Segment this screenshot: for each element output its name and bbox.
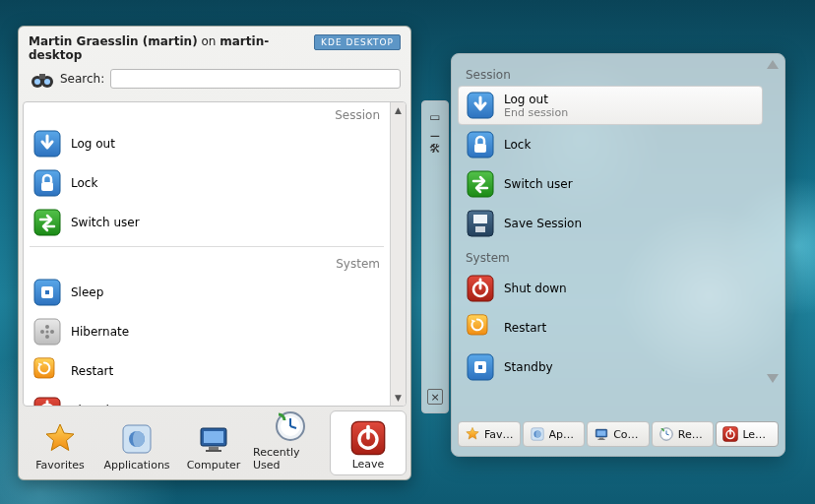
monitor-icon [196,421,231,457]
leave-item-lock[interactable]: Lock [24,163,390,203]
group-header-system: System [24,251,390,273]
tab-leave[interactable]: Leave [716,421,779,447]
tab-label: Appli… [549,428,579,441]
tab-label: Applications [103,459,169,472]
session-item-lock[interactable]: Lock [458,125,763,164]
side-toolbar: ▭ ⚊ 🛠 × [421,100,449,413]
item-label: Save Session [504,217,582,230]
tab-favorites[interactable]: Favor… [458,421,521,447]
restart-icon [33,357,61,385]
item-label: Switch user [71,216,140,229]
item-label: Log out [71,137,115,151]
tab-computer[interactable]: Computer [176,410,251,475]
tab-label: Favor… [484,428,514,441]
scroll-down-button[interactable]: ▼ [391,390,406,406]
tab-label: Leave [742,428,772,441]
session-item-switch[interactable]: Switch user [458,164,763,204]
tab-label: Favorites [35,459,85,472]
monitor-icon [594,426,609,442]
item-label: Restart [71,364,113,378]
kickoff-tabs: Favorites Applications Computer Recently… [23,410,407,475]
power-icon [467,275,494,302]
power-icon [33,397,61,406]
apps-icon [530,426,545,442]
star-icon [465,426,480,442]
tab-recent[interactable]: Rece… [652,421,715,447]
divider [30,246,384,247]
session-item-save[interactable]: Save Session [458,204,763,243]
session-item-shutdown[interactable]: Shut down [458,269,763,308]
session-panel: Session Log outEnd session Lock Switch u… [451,53,785,457]
leave-item-sleep[interactable]: Sleep [24,273,390,312]
switch-user-icon [467,170,494,198]
close-button[interactable]: × [427,389,443,405]
star-icon [42,421,78,457]
lock-icon [467,131,494,158]
item-subtitle: End session [504,106,568,119]
item-label: Restart [504,321,546,335]
leave-item-logout[interactable]: Log out [24,124,390,163]
search-label: Search: [60,72,104,86]
clock-icon [658,426,674,442]
sleep-icon [467,353,494,381]
clock-icon [273,409,308,444]
lock-icon [33,169,61,197]
tab-applications[interactable]: Applications [99,410,174,475]
tab-recent[interactable]: Recently Used [253,410,328,475]
apps-icon [119,421,155,457]
item-label: Sleep [71,285,103,299]
tab-label: Recently Used [253,446,328,472]
logout-icon [33,130,61,158]
leave-list: Session Log out Lock Switch userSystem S… [23,101,407,407]
session-item-logout[interactable]: Log outEnd session [458,86,763,125]
screen-icon[interactable]: ▭ [427,109,443,125]
scrollbar[interactable]: ▲ ▼ [390,102,406,406]
leave-item-shutdown[interactable]: Shut down [24,391,390,406]
item-label: Log out [504,93,568,106]
logout-icon [467,92,494,119]
search-input[interactable] [110,69,401,89]
tab-favorites[interactable]: Favorites [23,410,97,475]
item-label: Standby [504,360,553,374]
binoculars-icon [29,68,54,90]
switch-user-icon [33,209,61,236]
tab-label: Rece… [678,428,708,441]
group-header-system: System [458,243,763,269]
tab-leave[interactable]: Leave [330,410,407,475]
tab-label: Comp… [613,428,643,441]
scroll-up-button[interactable]: ▲ [391,102,406,118]
group-header-session: Session [24,102,390,124]
tab-computer[interactable]: Comp… [587,421,650,447]
save-icon [467,210,494,237]
kde-desktop-badge[interactable]: KDE DESKTOP [314,34,401,50]
restart-icon [467,314,494,342]
kickoff-header: KDE DESKTOP Martin Graesslin (martin) on… [19,27,410,95]
kickoff-menu: KDE DESKTOP Martin Graesslin (martin) on… [18,26,411,480]
tab-applications[interactable]: Appli… [523,421,586,447]
session-item-restart[interactable]: Restart [458,308,763,347]
session-panel-tabs: Favor… Appli… Comp… Rece… Leave [458,418,779,450]
item-label: Hibernate [71,325,129,339]
item-label: Shut down [504,282,567,295]
leave-item-hibernate[interactable]: Hibernate [24,312,390,351]
item-label: Lock [71,176,97,190]
scroll-up-icon[interactable] [767,60,779,69]
group-header-session: Session [458,60,763,86]
sleep-icon [33,279,61,306]
session-item-standby[interactable]: Standby [458,347,763,387]
zoom-out-icon[interactable]: ⚊ [427,125,443,141]
leave-item-switch[interactable]: Switch user [24,203,390,242]
item-label: Shut down [71,404,134,406]
power-icon [722,426,738,442]
scroll-down-icon[interactable] [767,374,779,383]
scrollbar[interactable] [765,60,781,383]
tab-label: Computer [187,459,241,472]
item-label: Switch user [504,177,573,191]
leave-item-restart[interactable]: Restart [24,351,390,391]
wrench-icon[interactable]: 🛠 [427,141,443,157]
hibernate-icon [33,318,61,346]
item-label: Lock [504,138,531,152]
tab-label: Leave [352,458,385,471]
power-icon [350,420,386,456]
